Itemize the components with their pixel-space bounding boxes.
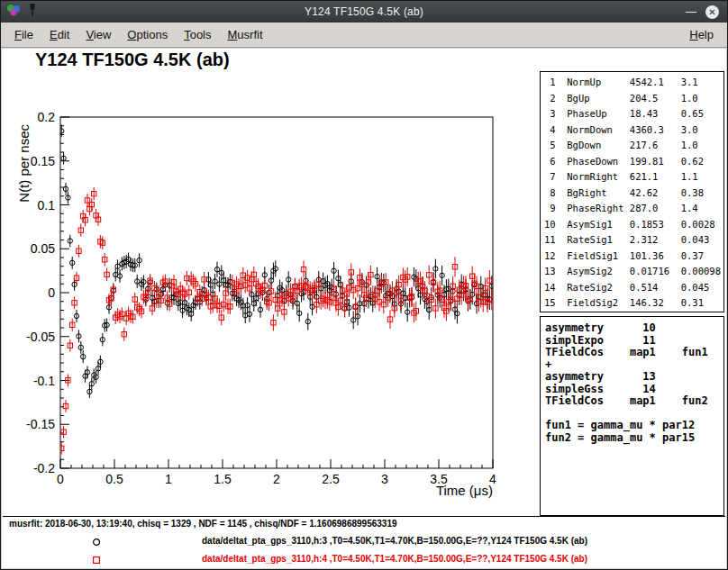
svg-text:3.5: 3.5	[430, 472, 448, 486]
svg-text:0: 0	[48, 285, 55, 300]
menu-musrfit[interactable]: Musrfit	[220, 24, 271, 45]
fit-status-line: musrfit: 2018-06-30, 13:19:40, chisq = 1…	[9, 519, 397, 529]
legend-label: data/deltat_pta_gps_3110,h:4 ,T0=4.50K,T…	[202, 554, 587, 564]
menu-view[interactable]: View	[77, 24, 119, 45]
square-marker-icon	[91, 553, 102, 569]
parameter-row: 11 RateSig1 2.312 0.043	[544, 232, 723, 249]
pushpin-icon[interactable]	[26, 3, 39, 21]
svg-text:2.5: 2.5	[322, 472, 340, 486]
parameter-row: 15 FieldSig2 146.32 0.31	[544, 295, 723, 312]
svg-text:4: 4	[489, 472, 496, 486]
parameter-row: 8 BgRight 42.62 0.38	[544, 185, 723, 202]
parameter-row: 13 AsymSig2 0.01716 0.00098	[544, 264, 723, 280]
svg-text:0.5: 0.5	[105, 472, 123, 486]
theory-line: +	[545, 359, 723, 372]
theory-line: fun2 = gamma_mu * par15	[545, 432, 723, 445]
theory-line: fun1 = gamma_mu * par12	[545, 420, 723, 432]
parameter-row: 9 PhaseRight 287.0 1.4	[544, 201, 723, 217]
theory-line: simplExpo 11	[545, 335, 723, 348]
parameter-row: 10 AsymSig1 0.1853 0.0028	[544, 217, 723, 233]
menu-help[interactable]: Help	[681, 24, 722, 45]
theory-line: TFieldCos map1 fun2	[545, 395, 723, 408]
parameter-row: 5 BgDown 217.6 1.0	[544, 138, 723, 154]
svg-text:0.1: 0.1	[38, 198, 56, 213]
parameter-row: 2 BgUp 204.5 1.0	[544, 91, 723, 107]
title-bar[interactable]: Y124 TF150G 4.5K (ab) — ✕	[1, 1, 727, 23]
divider-line	[3, 516, 725, 517]
theory-line: simpleGss 14	[545, 384, 723, 396]
svg-text:-0.1: -0.1	[33, 374, 55, 388]
svg-text:0.05: 0.05	[31, 241, 55, 256]
musrview-window: Y124 TF150G 4.5K (ab) — ✕ FileEditViewOp…	[0, 0, 728, 570]
svg-text:-0.2: -0.2	[33, 461, 55, 475]
parameter-row: 14 RateSig2 0.514 0.045	[544, 280, 723, 296]
svg-text:1.5: 1.5	[214, 472, 232, 486]
plot-legend: data/deltat_pta_gps_3110,h:3 ,T0=4.50K,T…	[2, 532, 726, 568]
menu-tools[interactable]: Tools	[176, 24, 219, 45]
root-canvas: Y124 TF150G 4.5K (ab) N(t) per nsec Time…	[2, 49, 726, 568]
menu-left-group: FileEditViewOptionsToolsMusrfit	[6, 24, 271, 45]
parameter-row: 7 NormRight 621.1 1.1	[544, 169, 723, 185]
svg-text:0.15: 0.15	[31, 154, 55, 168]
legend-item: data/deltat_pta_gps_3110,h:3 ,T0=4.50K,T…	[2, 532, 726, 550]
parameter-row: 12 FieldSig1 101.36 0.37	[544, 249, 723, 265]
menu-bar: FileEditViewOptionsToolsMusrfit Help	[1, 23, 727, 48]
data-points-layer	[59, 125, 495, 455]
legend-item: data/deltat_pta_gps_3110,h:4 ,T0=4.50K,T…	[2, 550, 726, 568]
parameter-row: 1 NormUp 4542.1 3.1	[544, 75, 723, 91]
plot-area[interactable]: N(t) per nsec Time (μs) 00.511.522.533.5…	[2, 49, 539, 517]
parameter-row: 4 NormDown 4360.3 3.0	[544, 122, 723, 139]
window-title: Y124 TF150G 4.5K (ab)	[1, 5, 727, 18]
y-axis-title: N(t) per nsec	[16, 124, 32, 203]
close-icon[interactable]: ✕	[705, 5, 719, 19]
svg-text:0: 0	[57, 472, 64, 486]
svg-text:1: 1	[165, 472, 172, 486]
theory-line: asymmetry 13	[545, 371, 723, 384]
theory-line	[545, 408, 723, 421]
parameter-row: 6 PhaseDown 199.81 0.62	[544, 154, 723, 170]
parameter-row: 3 PhaseUp 18.43 0.65	[544, 106, 723, 122]
svg-text:3: 3	[381, 472, 388, 486]
app-icon	[6, 3, 21, 21]
menu-edit[interactable]: Edit	[41, 24, 77, 45]
menu-options[interactable]: Options	[119, 24, 176, 45]
svg-text:0.2: 0.2	[38, 110, 56, 124]
svg-text:-0.05: -0.05	[26, 330, 55, 344]
series-circle	[59, 125, 495, 399]
menu-right-group: Help	[681, 24, 722, 45]
theory-panel: asymmetry 10simplExpo 11TFieldCos map1 f…	[540, 316, 724, 516]
series-square	[59, 187, 495, 455]
parameter-panel: 1 NormUp 4542.1 3.1 2 BgUp 204.5 1.0 3 P…	[540, 71, 724, 312]
theory-line: asymmetry 10	[545, 322, 723, 335]
circle-marker-icon	[91, 535, 102, 551]
minimize-icon[interactable]: —	[686, 6, 696, 17]
theory-line: TFieldCos map1 fun1	[545, 347, 723, 359]
svg-text:-0.15: -0.15	[26, 417, 55, 431]
menu-file[interactable]: File	[6, 24, 41, 45]
svg-text:2: 2	[273, 472, 280, 486]
legend-label: data/deltat_pta_gps_3110,h:3 ,T0=4.50K,T…	[202, 536, 587, 546]
